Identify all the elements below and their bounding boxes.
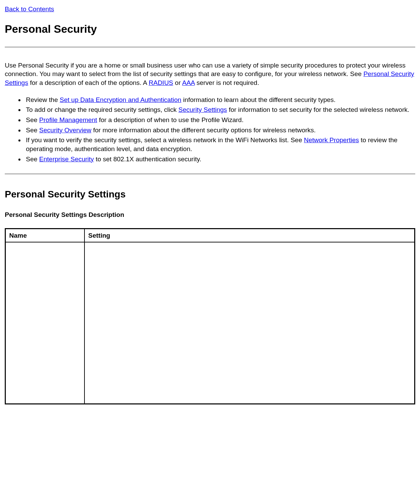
profile-management-link[interactable]: Profile Management <box>39 116 97 123</box>
bullet-text: To add or change the required security s… <box>26 106 178 113</box>
list-item: To add or change the required security s… <box>25 105 415 114</box>
section-title: Personal Security Settings <box>5 188 415 201</box>
table-header-name: Name <box>5 228 85 242</box>
bullet-text: for information to set security for the … <box>227 106 409 113</box>
back-to-contents-link[interactable]: Back to Contents <box>5 5 54 13</box>
table-header-setting: Setting <box>84 228 415 242</box>
bullet-list: Review the Set up Data Encryption and Au… <box>5 95 415 163</box>
intro-text-1: Use Personal Security if you are a home … <box>5 62 405 78</box>
table-cell-setting <box>84 242 415 404</box>
bullet-text: See <box>26 116 39 123</box>
bullet-text: information to learn about the different… <box>181 96 336 103</box>
list-item: If you want to verify the security setti… <box>25 136 415 153</box>
aaa-link[interactable]: AAA <box>182 79 195 86</box>
security-settings-link[interactable]: Security Settings <box>178 106 227 113</box>
list-item: See Profile Management for a description… <box>25 116 415 124</box>
settings-table: Name Setting <box>5 228 415 405</box>
bullet-text: See <box>26 155 39 163</box>
intro-paragraph: Use Personal Security if you are a home … <box>5 61 415 87</box>
enterprise-security-link[interactable]: Enterprise Security <box>39 155 94 163</box>
divider <box>5 47 415 47</box>
table-cell-name <box>5 242 85 404</box>
security-overview-link[interactable]: Security Overview <box>39 127 91 134</box>
divider <box>5 174 415 174</box>
data-encryption-link[interactable]: Set up Data Encryption and Authenticatio… <box>60 96 181 103</box>
bullet-text: See <box>26 127 39 134</box>
subsection-title: Personal Security Settings Description <box>5 210 415 219</box>
bullet-text: If you want to verify the security setti… <box>26 136 304 144</box>
list-item: See Security Overview for more informati… <box>25 126 415 135</box>
bullet-text: for more information about the different… <box>91 127 316 134</box>
bullet-text: to set 802.1X authentication security. <box>94 155 201 163</box>
table-row <box>5 242 415 404</box>
intro-text-4: server is not required. <box>195 79 259 86</box>
bullet-text: Review the <box>26 96 60 103</box>
list-item: Review the Set up Data Encryption and Au… <box>25 95 415 104</box>
network-properties-link[interactable]: Network Properties <box>304 136 359 144</box>
list-item: See Enterprise Security to set 802.1X au… <box>25 155 415 164</box>
intro-text-2: for a description of each of the options… <box>28 79 149 86</box>
page-title: Personal Security <box>5 22 415 36</box>
radius-link[interactable]: RADIUS <box>149 79 173 86</box>
intro-text-3: or <box>173 79 182 86</box>
bullet-text: for a description of when to use the Pro… <box>97 116 244 123</box>
